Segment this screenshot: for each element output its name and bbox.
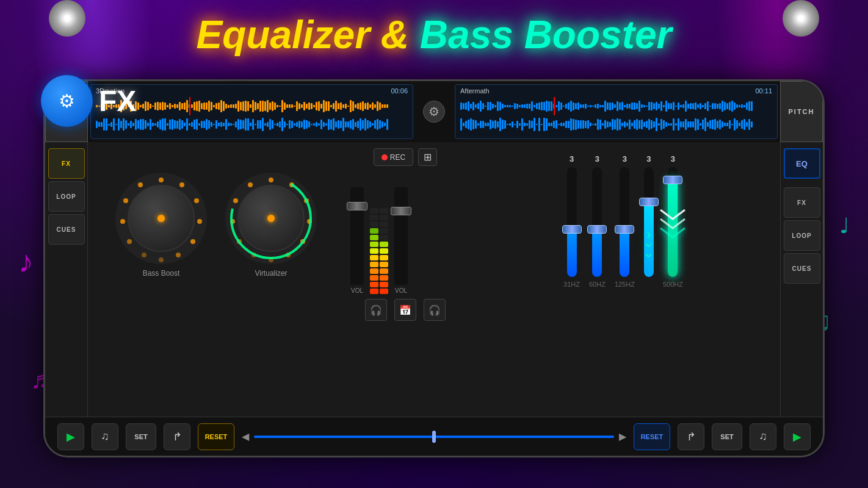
bass-boost-knob-outer[interactable] bbox=[115, 173, 207, 264]
eq-fader-track-5[interactable] bbox=[668, 167, 678, 277]
playhead-right bbox=[554, 97, 555, 115]
eq-fader-track-3[interactable] bbox=[620, 167, 629, 277]
virtualizer-knob-outer[interactable] bbox=[225, 173, 317, 264]
eq-fader-60hz: 3 60HZ bbox=[589, 154, 606, 288]
svg-point-7 bbox=[142, 253, 146, 257]
waveform-bars-blue-left bbox=[96, 115, 408, 134]
track2-time: 00:11 bbox=[755, 87, 772, 95]
vu-left-fader-handle[interactable] bbox=[347, 202, 367, 210]
vu-left-fader-track[interactable] bbox=[350, 187, 364, 285]
crossfader-slider[interactable] bbox=[254, 436, 614, 438]
music-button-right[interactable]: ♫ bbox=[750, 423, 776, 450]
tb-slider-section: ◀ ▶ bbox=[242, 431, 626, 442]
eq-fill-3 bbox=[620, 228, 629, 277]
left-sidebar: FX LOOP CUES bbox=[45, 142, 88, 417]
pitch-button-right[interactable]: PITCH bbox=[780, 81, 823, 142]
virtualizer-container: Virtualizer bbox=[225, 173, 317, 278]
sidebar-btn-fx-left[interactable]: FX bbox=[48, 148, 85, 179]
svg-point-9 bbox=[120, 219, 125, 224]
slider-arrow-right: ▶ bbox=[619, 431, 626, 442]
eq-fill-4 bbox=[644, 200, 654, 277]
eq-fader-500hz: 3 500HZ bbox=[663, 154, 683, 288]
sidebar-btn-loop-left[interactable]: LOOP bbox=[48, 181, 85, 212]
reset-button-left[interactable]: RESET bbox=[198, 423, 234, 450]
svg-point-11 bbox=[138, 182, 143, 187]
center-settings: ⚙ bbox=[416, 81, 452, 142]
eq-fader-track-1[interactable] bbox=[567, 167, 577, 277]
eq-freq-3: 125HZ bbox=[615, 281, 635, 288]
waveform-blue-left bbox=[96, 115, 408, 134]
vu-bars bbox=[370, 184, 388, 294]
playhead-left bbox=[189, 97, 190, 115]
settings-gear-button[interactable]: ⚙ bbox=[423, 101, 445, 123]
eq-fader-4: 3 › › › bbox=[644, 154, 654, 281]
music-button-left[interactable]: ♫ bbox=[92, 423, 118, 450]
svg-point-0 bbox=[159, 178, 164, 182]
play-button-right[interactable]: ▶ bbox=[784, 423, 811, 450]
eq-value-1: 3 bbox=[570, 154, 574, 163]
waveform-orange-left bbox=[96, 97, 408, 115]
eq-value-2: 3 bbox=[595, 154, 599, 163]
waveform-orange-right bbox=[460, 97, 772, 115]
arrow-button-right[interactable]: ↱ bbox=[678, 423, 704, 450]
main-content: FX LOOP CUES bbox=[45, 142, 823, 417]
fx-panel: Bass Boost bbox=[88, 142, 344, 417]
virtualizer-knob-inner bbox=[237, 185, 305, 252]
arrow-button-left[interactable]: ↱ bbox=[164, 423, 190, 450]
svg-point-8 bbox=[127, 239, 132, 244]
waveform-blue-right bbox=[460, 115, 772, 134]
set-button-left[interactable]: SET bbox=[126, 423, 156, 450]
waveform-bars-blue-right bbox=[460, 115, 772, 134]
eq-fader-handle-1[interactable] bbox=[562, 225, 582, 234]
eq-fader-handle-4[interactable] bbox=[639, 198, 659, 206]
eq-freq-5: 500HZ bbox=[663, 281, 683, 288]
vu-right-fader-track[interactable] bbox=[394, 187, 408, 285]
music-note-right-1: ♩ bbox=[839, 214, 850, 238]
chevrons-large bbox=[668, 167, 678, 277]
eq-fader-track-4[interactable] bbox=[644, 167, 654, 277]
virtualizer-knob-indicator bbox=[267, 215, 275, 222]
eq-fader-track-2[interactable] bbox=[592, 167, 602, 277]
virtualizer-label: Virtualizer bbox=[255, 269, 287, 278]
eq-fader-31hz: 3 31HZ bbox=[563, 154, 580, 288]
bass-boost-label: Bass Boost bbox=[143, 269, 180, 278]
fx-circle-icon[interactable]: ⚙ bbox=[41, 75, 93, 127]
svg-point-3 bbox=[197, 219, 202, 224]
fx-badge: ⚙ FX bbox=[41, 70, 139, 131]
svg-point-4 bbox=[190, 239, 195, 244]
headphone-left-btn[interactable]: 🎧 bbox=[365, 299, 387, 321]
reset-button-right[interactable]: RESET bbox=[634, 423, 670, 450]
svg-point-1 bbox=[179, 182, 184, 187]
svg-point-5 bbox=[176, 253, 181, 257]
eq-fill-2 bbox=[592, 228, 602, 277]
calendar-btn[interactable]: 📅 bbox=[394, 299, 416, 321]
vu-icons-row: 🎧 📅 🎧 bbox=[365, 299, 446, 321]
slider-arrow-left: ◀ bbox=[242, 431, 249, 442]
eq-freq-2: 60HZ bbox=[589, 281, 606, 288]
track1-time: 00:06 bbox=[391, 87, 408, 95]
eq-fader-handle-3[interactable] bbox=[615, 225, 634, 234]
vu-controls-top: REC ⊞ bbox=[374, 148, 437, 166]
play-button-left[interactable]: ▶ bbox=[57, 423, 84, 450]
eq-section: 3 31HZ 3 60HZ bbox=[466, 142, 780, 417]
set-button-right[interactable]: SET bbox=[712, 423, 742, 450]
eq-faders-container: 3 31HZ 3 60HZ bbox=[479, 148, 768, 411]
fx-big-label: FX bbox=[99, 84, 136, 118]
sidebar-btn-cues-left[interactable]: CUES bbox=[48, 214, 85, 245]
eq-button-right[interactable]: EQ bbox=[784, 148, 820, 179]
headphone-right-btn[interactable]: 🎧 bbox=[424, 299, 446, 321]
waveform-section: PITCH 3Dmotion 00:06 ⚙ Aftermath 00:11 bbox=[45, 81, 823, 142]
crossfader-thumb[interactable] bbox=[432, 431, 436, 443]
vu-section: REC ⊞ VOL bbox=[344, 142, 466, 417]
grid-button[interactable]: ⊞ bbox=[418, 148, 437, 166]
track2-name: Aftermath bbox=[460, 87, 490, 95]
title-part2: Bass Booster bbox=[420, 13, 672, 57]
vu-right-fader-handle[interactable] bbox=[391, 207, 411, 215]
dj-device: PITCH 3Dmotion 00:06 ⚙ Aftermath 00:11 bbox=[43, 79, 825, 458]
eq-fader-handle-2[interactable] bbox=[587, 225, 607, 234]
vu-left-vol-label: VOL bbox=[351, 287, 363, 294]
sidebar-btn-cues-right[interactable]: CUES bbox=[784, 253, 820, 284]
sidebar-btn-fx-right[interactable]: FX bbox=[784, 187, 820, 218]
rec-button[interactable]: REC bbox=[374, 148, 413, 166]
sidebar-btn-loop-right[interactable]: LOOP bbox=[784, 220, 820, 251]
